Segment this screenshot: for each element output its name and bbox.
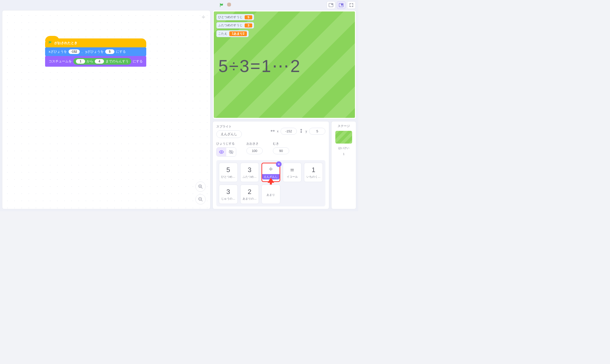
backdrop-label: はいけい (338, 146, 349, 150)
sprite-tile-glyph: 1 (312, 166, 315, 174)
sprite-tile-glyph: ÷ (269, 165, 273, 173)
hide-button[interactable] (226, 148, 236, 156)
monitor-1-value: 5 (245, 15, 252, 19)
xy-move-icon (270, 129, 275, 134)
motion-mid: 、 yざひょうを (81, 49, 104, 54)
rand-mid: から (87, 59, 93, 64)
sprite-tile-label: イコール (287, 175, 298, 179)
monitor-2-label: ふたつめのすうじ (218, 23, 243, 27)
zoom-controls (195, 181, 206, 204)
xy-vert-icon (299, 129, 303, 134)
right-column: ひとつめのすうじ 5 ふたつめのすうじ 3 こたえ 1あまり2 5÷3=1⋯2 (213, 10, 356, 209)
size-label: おおきさ (246, 142, 263, 146)
sprite-tile-glyph: 3 (227, 188, 230, 196)
looks-block[interactable]: コスチュームを 1 から 4 までのらんすう にする (45, 56, 146, 67)
visibility-toggle (216, 147, 236, 157)
monitor-3-value: 1あまり2 (229, 31, 247, 36)
svg-rect-2 (331, 4, 333, 5)
topbar (0, 0, 358, 10)
motion-x-input[interactable]: -152 (69, 49, 80, 54)
flag-mini-icon (48, 40, 52, 45)
monitor-2[interactable]: ふたつめのすうじ 3 (216, 22, 254, 29)
stage-controls (219, 2, 231, 8)
sprite-tile-2[interactable]: ÷えんざんし (261, 163, 280, 182)
looks-pre: コスチュームを (49, 59, 72, 64)
delete-sprite-icon[interactable] (276, 161, 282, 167)
rand-suf: までのらんすう (105, 59, 129, 64)
monitor-3-label: こたえ (218, 32, 227, 36)
sprite-tile-4[interactable]: 1いちのく… (304, 163, 323, 182)
hat-block[interactable]: がおされたとき (45, 38, 146, 47)
motion-xlabel: xざひょうを (49, 49, 67, 54)
sprite-panel: スプライト えんざんし x -152 y (213, 121, 329, 209)
show-label: ひょうじする (216, 142, 236, 146)
dir-input[interactable]: 90 (273, 147, 289, 154)
divide-icon: ÷ (202, 13, 205, 21)
code-area[interactable]: ÷ がおされたとき xざひょうを -152 、 yざひょうを 5 にする (2, 10, 210, 209)
stage[interactable]: ひとつめのすうじ 5 ふたつめのすうじ 3 こたえ 1あまり2 5÷3=1⋯2 (214, 11, 355, 118)
motion-y-input[interactable]: 5 (105, 49, 114, 54)
sprite-tile-label: あまりの… (243, 197, 257, 201)
sprite-tile-label: いちのく… (307, 175, 321, 179)
svg-rect-4 (341, 4, 343, 6)
monitor-2-value: 3 (245, 23, 252, 27)
sprite-tile-5[interactable]: 3じゅうの… (219, 185, 238, 204)
show-button[interactable] (217, 148, 226, 156)
green-flag-icon[interactable] (219, 3, 224, 8)
small-stage-button[interactable] (327, 1, 335, 9)
fullscreen-button[interactable] (347, 1, 356, 9)
stage-container: ひとつめのすうじ 5 ふたつめのすうじ 3 こたえ 1あまり2 5÷3=1⋯2 (213, 10, 356, 119)
sprite-tile-3[interactable]: =イコール (283, 163, 302, 182)
sprite-tile-glyph: 3 (248, 166, 251, 174)
monitor-1[interactable]: ひとつめのすうじ 5 (216, 14, 254, 20)
x-label: x (277, 130, 279, 133)
app-root: ÷ がおされたとき xざひょうを -152 、 yざひょうを 5 にする (0, 0, 358, 211)
sprite-tile-1[interactable]: 3ふたつめ… (240, 163, 259, 182)
rand-to[interactable]: 4 (95, 59, 104, 64)
sprite-tile-label: ひとつめ… (221, 175, 235, 179)
sprite-tile-label: じゅうの… (221, 197, 235, 201)
svg-point-7 (221, 151, 222, 153)
hat-label: がおされたとき (54, 41, 77, 45)
random-reporter[interactable]: 1 から 4 までのらんすう (73, 58, 131, 65)
sprite-tile-label: ふたつめ… (243, 175, 257, 179)
y-label: y (306, 130, 307, 133)
motion-block[interactable]: xざひょうを -152 、 yざひょうを 5 にする (45, 47, 146, 56)
large-stage-button[interactable] (337, 1, 346, 9)
x-input[interactable]: -152 (281, 128, 297, 135)
view-mode-group (327, 1, 356, 9)
sprite-tile-6[interactable]: 2あまりの… (240, 185, 259, 204)
sprite-tile-glyph: = (290, 166, 294, 174)
monitor-1-label: ひとつめのすうじ (218, 15, 243, 19)
dir-label: むき (273, 142, 289, 146)
sprite-title: スプライト (216, 124, 242, 129)
block-stack[interactable]: がおされたとき xざひょうを -152 、 yざひょうを 5 にする コスチュー… (45, 38, 146, 67)
svg-marker-0 (227, 3, 231, 7)
zoom-in-button[interactable] (195, 181, 206, 192)
stage-panel: ステージ はいけい 1 (331, 121, 356, 209)
stage-thumbnail[interactable] (335, 131, 352, 144)
sprite-list: 5ひとつめ…3ふたつめ…÷えんざんし=イコール1いちのく…3じゅうの…2あまりの… (216, 160, 325, 206)
sprite-tile-label: あまり (267, 193, 275, 197)
sprite-tile-7[interactable]: あまり (261, 185, 280, 204)
y-input[interactable]: 5 (309, 128, 325, 135)
rand-from[interactable]: 1 (76, 59, 85, 64)
sprite-name-input[interactable]: えんざんし (216, 130, 242, 138)
stage-title: ステージ (338, 124, 350, 128)
stop-icon[interactable] (227, 2, 231, 8)
sprite-tile-0[interactable]: 5ひとつめ… (219, 163, 238, 182)
sprite-tile-glyph: 5 (227, 166, 230, 174)
sprite-tile-glyph: 2 (248, 188, 251, 196)
equation-display: 5÷3=1⋯2 (218, 56, 301, 76)
looks-end: にする (133, 59, 143, 64)
zoom-out-button[interactable] (195, 194, 206, 204)
monitor-3[interactable]: こたえ 1あまり2 (216, 30, 249, 37)
backdrop-count: 1 (343, 152, 344, 156)
size-input[interactable]: 100 (246, 147, 263, 154)
motion-end: にする (116, 49, 126, 54)
